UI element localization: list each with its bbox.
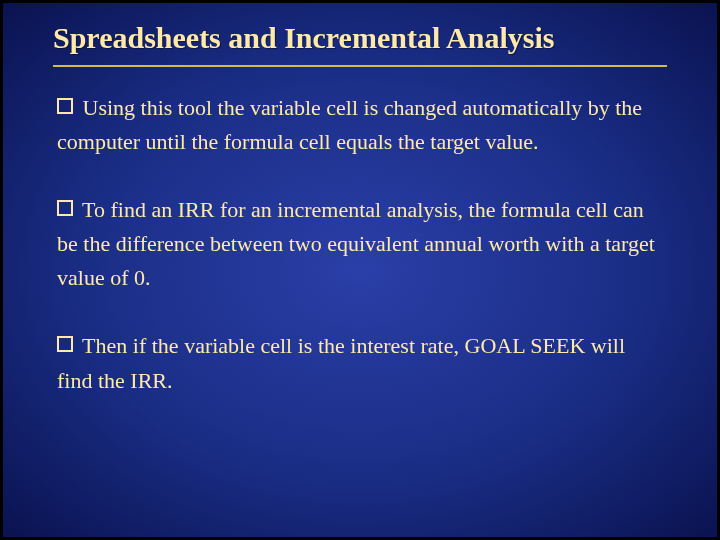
bullet-3-text: Then if the variable cell is the interes… [57,333,625,392]
bullet-1: Using this tool the variable cell is cha… [57,91,663,159]
square-bullet-icon [57,200,73,216]
square-bullet-icon [57,336,73,352]
bullet-1-text: Using this tool the variable cell is cha… [57,95,642,154]
slide-title: Spreadsheets and Incremental Analysis [53,21,667,61]
bullet-2: To find an IRR for an incremental analys… [57,193,663,295]
slide-body: Using this tool the variable cell is cha… [23,67,697,398]
bullet-2-text: To find an IRR for an incremental analys… [57,197,655,290]
square-bullet-icon [57,98,73,114]
bullet-3: Then if the variable cell is the interes… [57,329,663,397]
slide: Spreadsheets and Incremental Analysis Us… [0,0,720,540]
title-area: Spreadsheets and Incremental Analysis [23,21,697,67]
